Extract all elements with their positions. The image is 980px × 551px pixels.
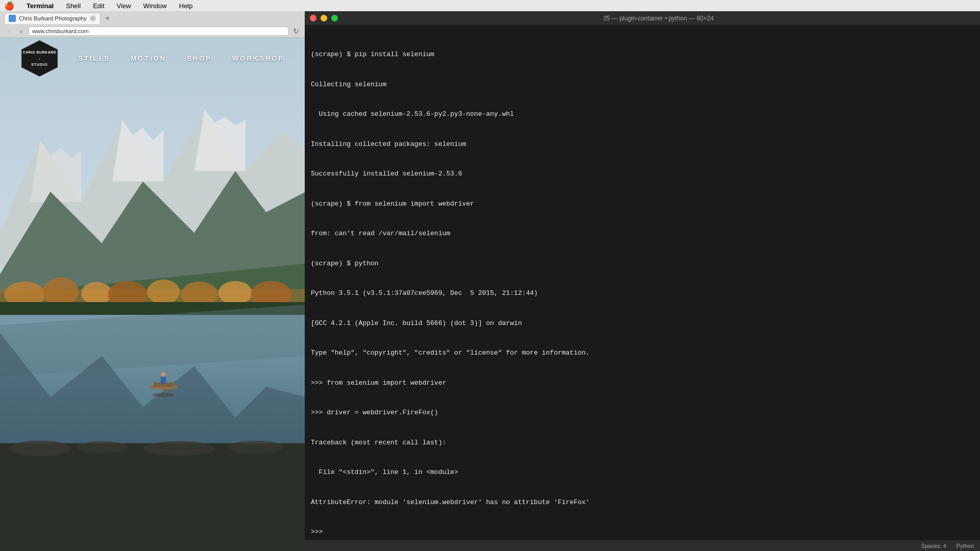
back-button[interactable]: ‹ [4, 27, 13, 36]
browser-toolbar: ‹ › www.chrisburkard.com ↻ [0, 25, 305, 37]
terminal-line-11: Type "help", "copyright", "credits" or "… [311, 348, 974, 358]
terminal-line-17: >>> [311, 527, 974, 537]
svg-point-22 [76, 441, 128, 454]
svg-rect-27 [161, 377, 166, 384]
terminal-line-12: >>> from selenium import webdriver [311, 378, 974, 388]
terminal-line-15: File "<stdin>", line 1, in <module> [311, 467, 974, 478]
terminal-maximize-button[interactable] [331, 15, 338, 21]
terminal-minimize-button[interactable] [321, 15, 327, 21]
menu-terminal[interactable]: Terminal [24, 2, 56, 10]
svg-point-23 [143, 441, 215, 456]
menu-view[interactable]: View [115, 2, 133, 10]
bottom-bar-language: Python [957, 543, 974, 549]
website-content: CHRIS BURKARD ▲ STUDIO STILLS MOTION SHO… [0, 38, 305, 551]
terminal-body[interactable]: (scrape) $ pip install selenium Collecti… [305, 26, 980, 540]
svg-point-21 [9, 441, 71, 456]
terminal-line-6: (scrape) $ from selenium import webdrive… [311, 199, 974, 209]
terminal-bottom-bar: Spaces: 4 Python [305, 540, 980, 551]
terminal-line-2: Collecting selenium [311, 80, 974, 90]
terminal-line-3: Using cached selenium-2.53.6-py2.py3-non… [311, 109, 974, 119]
terminal-line-8: (scrape) $ python [311, 259, 974, 269]
svg-point-10 [81, 282, 112, 305]
svg-point-12 [147, 280, 180, 304]
nav-motion[interactable]: MOTION [131, 55, 166, 62]
svg-text:CHRIS BURKARD: CHRIS BURKARD [23, 51, 57, 54]
bottom-bar-spaces: Spaces: 4 [921, 543, 946, 549]
browser-tabs: Chris Burkard Photography × + [0, 11, 305, 25]
menu-help[interactable]: Help [177, 2, 195, 10]
new-tab-button[interactable]: + [103, 13, 113, 23]
terminal-line-13: >>> driver = webdriver.FireFox() [311, 408, 974, 418]
menu-shell[interactable]: Shell [64, 2, 83, 10]
browser-window: Chris Burkard Photography × + ‹ › www.ch… [0, 11, 305, 551]
website-nav: CHRIS BURKARD ▲ STUDIO STILLS MOTION SHO… [0, 38, 305, 79]
website-logo: CHRIS BURKARD ▲ STUDIO [20, 39, 59, 78]
nav-stills[interactable]: STILLS [78, 55, 110, 62]
svg-rect-20 [0, 443, 305, 551]
terminal-line-5: Successfully installed selenium-2.53.6 [311, 169, 974, 179]
terminal-titlebar: 25 — plugin-container • python — 80×24 [305, 11, 980, 26]
terminal-window: 25 — plugin-container • python — 80×24 (… [305, 11, 980, 551]
terminal-line-9: Python 3.5.1 (v3.5.1:37a07cee5969, Dec 5… [311, 288, 974, 298]
nav-workshop[interactable]: WORKSHOP [232, 55, 284, 62]
menu-edit[interactable]: Edit [91, 2, 106, 10]
tab-title: Chris Burkard Photography [19, 15, 87, 21]
tab-favicon-icon [9, 15, 16, 22]
address-bar[interactable]: www.chrisburkard.com [29, 27, 288, 36]
tab-close-button[interactable]: × [90, 15, 96, 21]
svg-point-14 [218, 281, 252, 305]
terminal-title: 25 — plugin-container • python — 80×24 [603, 15, 714, 22]
svg-point-30 [152, 393, 175, 397]
terminal-line-1: (scrape) $ pip install selenium [311, 49, 974, 60]
menu-window[interactable]: Window [141, 2, 169, 10]
hero-image [0, 38, 305, 551]
forward-button[interactable]: › [16, 27, 26, 36]
macos-menubar: 🍎 Terminal Shell Edit View Window Help [0, 0, 980, 11]
refresh-button[interactable]: ↻ [291, 27, 301, 36]
svg-point-24 [228, 441, 284, 454]
svg-text:STUDIO: STUDIO [31, 63, 47, 66]
terminal-line-4: Installing collected packages: selenium [311, 139, 974, 149]
browser-tab-active[interactable]: Chris Burkard Photography × [4, 13, 101, 24]
svg-point-28 [161, 372, 166, 377]
terminal-line-10: [GCC 4.2.1 (Apple Inc. build 5666) (dot … [311, 318, 974, 329]
terminal-line-14: Traceback (most recent call last): [311, 438, 974, 448]
logo-diamond-svg: CHRIS BURKARD ▲ STUDIO [20, 39, 59, 78]
svg-point-9 [43, 278, 79, 306]
terminal-close-button[interactable] [310, 15, 316, 21]
nav-shop[interactable]: SHOP [187, 55, 212, 62]
website-nav-links: STILLS MOTION SHOP WORKSHOP [78, 55, 284, 62]
terminal-line-16: AttributeError: module 'selenium.webdriv… [311, 497, 974, 508]
svg-text:▲: ▲ [38, 57, 41, 60]
browser-chrome: Chris Burkard Photography × + ‹ › www.ch… [0, 11, 305, 38]
apple-menu-icon[interactable]: 🍎 [4, 1, 14, 11]
terminal-line-7: from: can't read /var/mail/selenium [311, 229, 974, 239]
